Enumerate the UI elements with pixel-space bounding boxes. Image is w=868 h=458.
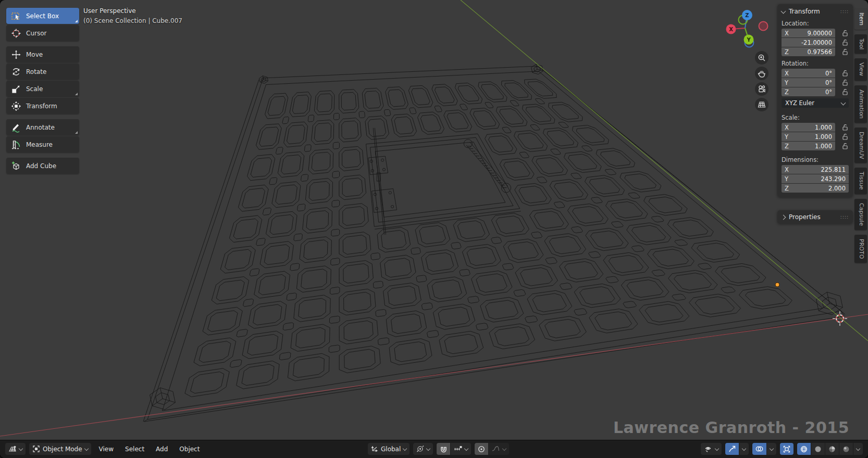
number-field[interactable]: X9.00000 [782, 29, 835, 37]
subtool-corner-indicator [75, 131, 78, 134]
visibility-dropdown[interactable] [701, 443, 722, 455]
number-field[interactable]: Y0° [782, 78, 835, 87]
chevron-down-icon [19, 446, 23, 450]
pivot-point-dropdown[interactable] [413, 443, 433, 455]
menu-select[interactable]: Select [125, 446, 144, 453]
chevron-down-icon [464, 446, 468, 450]
panel-drag-dots[interactable]: :::: [840, 9, 849, 14]
mode-label: Object Mode [43, 446, 82, 453]
snap-magnet-toggle[interactable] [437, 443, 450, 455]
tool-label: Annotate [26, 124, 55, 131]
tool-button-select-box[interactable]: Select Box [6, 8, 79, 24]
lock-icon[interactable] [842, 88, 849, 96]
shading-solid-button[interactable] [811, 443, 825, 455]
pan-hand-icon[interactable] [755, 67, 768, 80]
navigation-gizmo[interactable]: Z X Y [723, 5, 771, 51]
sidebar-tab-tool[interactable]: Tool [854, 34, 867, 54]
tool-button-rotate[interactable]: Rotate [6, 63, 79, 80]
tool-button-transform[interactable]: Transform [6, 98, 79, 114]
field-row: X1.000 [782, 123, 849, 132]
grid-ortho-icon[interactable] [755, 98, 768, 111]
tool-button-measure[interactable]: Measure [6, 136, 79, 152]
lock-icon[interactable] [842, 30, 849, 37]
menu-object[interactable]: Object [179, 446, 200, 453]
shading-options-dropdown[interactable] [853, 443, 863, 455]
lock-icon[interactable] [842, 48, 849, 56]
rotation-mode-dropdown[interactable]: XYZ Euler [782, 98, 849, 108]
show-gizmo-toggle[interactable] [725, 443, 739, 455]
field-row: Z1.000 [782, 142, 849, 150]
field-row: Z0° [782, 87, 849, 96]
orientation-axes-icon [371, 446, 378, 453]
camera-view-icon[interactable] [755, 82, 768, 96]
lock-icon[interactable] [842, 39, 849, 46]
field-row: X225.811 [782, 165, 849, 174]
gizmo-options-dropdown[interactable] [739, 443, 749, 455]
lock-icon[interactable] [842, 79, 849, 86]
scale-label: Scale: [782, 114, 849, 121]
transform-panel-header[interactable]: Transform :::: [782, 7, 849, 16]
number-field[interactable]: X225.811 [782, 165, 849, 174]
shading-rendered-button[interactable] [839, 443, 853, 455]
field-row: Y0° [782, 78, 849, 87]
tool-label: Cursor [26, 30, 46, 37]
menu-add[interactable]: Add [156, 446, 168, 453]
number-field[interactable]: X0° [782, 69, 835, 78]
sidebar-properties-panel: Properties :::: [777, 210, 853, 224]
number-field[interactable]: Z0.97566 [782, 47, 835, 56]
axis-label: Z [785, 48, 791, 56]
snap-target-dropdown[interactable] [451, 443, 471, 455]
lock-icon[interactable] [842, 70, 849, 77]
proportional-falloff-dropdown[interactable] [489, 443, 509, 455]
sidebar-tab-animation[interactable]: Animation [854, 85, 867, 123]
sidebar-tab-item[interactable]: Item [854, 8, 867, 30]
proportional-edit-toggle[interactable] [475, 443, 488, 455]
tool-button-move[interactable]: Move [6, 46, 79, 62]
sidebar-tab-dreamuv[interactable]: DreamUV [854, 128, 867, 163]
sidebar-tab-proto[interactable]: PROTO [854, 235, 867, 263]
lock-icon[interactable] [842, 143, 849, 150]
tool-button-scale[interactable]: Scale [6, 81, 79, 97]
gizmo-neg-x-ball[interactable] [759, 22, 768, 31]
number-field[interactable]: Z2.000 [782, 184, 849, 193]
number-field[interactable]: -21.00000 [782, 38, 835, 47]
number-field[interactable]: Y1.000 [782, 132, 835, 141]
panel-drag-dots[interactable]: :::: [840, 215, 849, 219]
properties-panel-header[interactable]: Properties :::: [782, 212, 849, 222]
sidebar-tab-view[interactable]: View [854, 58, 867, 80]
overlays-options-dropdown[interactable] [767, 443, 776, 455]
viewport-canvas[interactable] [0, 0, 868, 458]
field-row: X9.00000 [782, 29, 849, 37]
sidebar-tab-capsule[interactable]: Capsule [854, 199, 867, 230]
sidebar-tab-tissue[interactable]: Tissue [854, 168, 867, 194]
snap-increment-icon [454, 446, 462, 452]
field-value: 2.000 [828, 185, 846, 192]
field-value: -21.00000 [801, 39, 832, 46]
show-overlays-toggle[interactable] [752, 443, 766, 455]
overlays-icon [755, 446, 763, 452]
tool-button-cursor[interactable]: Cursor [6, 25, 79, 41]
tool-button-annotate[interactable]: Annotate [6, 119, 79, 135]
number-field[interactable]: Y243.290 [782, 174, 849, 183]
subtool-corner-indicator [75, 20, 78, 22]
lock-icon[interactable] [842, 124, 849, 131]
pivot-point-icon [416, 445, 424, 453]
transform-orientation-dropdown[interactable]: Global [368, 443, 410, 455]
number-field[interactable]: X1.000 [782, 123, 835, 132]
svg-text:Y: Y [746, 37, 751, 43]
dimensions-label: Dimensions: [782, 156, 849, 163]
shading-material-button[interactable] [825, 443, 839, 455]
mode-dropdown[interactable]: Object Mode [29, 443, 91, 455]
number-field[interactable]: Z0° [782, 87, 835, 96]
lock-icon[interactable] [842, 133, 849, 141]
menu-view[interactable]: View [99, 446, 114, 453]
zoom-icon[interactable] [755, 51, 768, 65]
axis-label: Z [785, 185, 791, 192]
shading-wireframe-button[interactable] [797, 443, 811, 455]
proportional-circle-icon [478, 446, 485, 453]
editor-type-button[interactable] [5, 443, 26, 455]
xray-toggle[interactable] [780, 443, 793, 455]
number-field[interactable]: Z1.000 [782, 142, 835, 150]
shading-mode-group [797, 443, 863, 455]
tool-button-add-cube[interactable]: Add Cube [6, 158, 79, 174]
